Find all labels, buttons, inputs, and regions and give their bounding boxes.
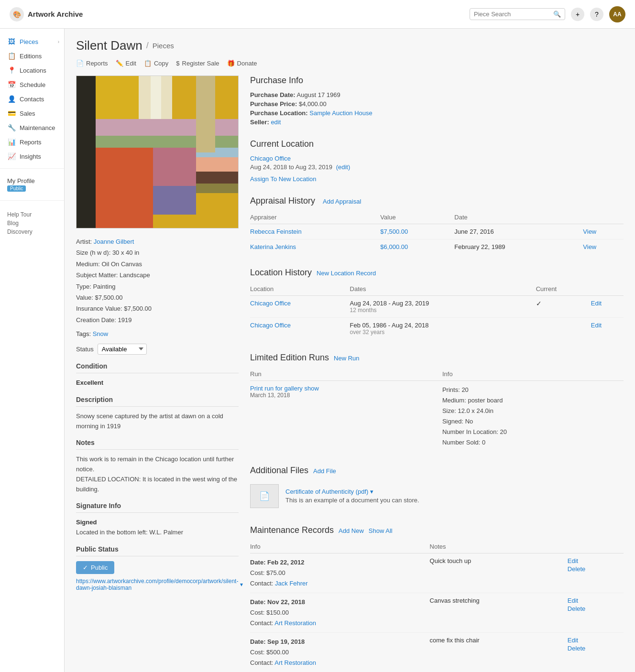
edit-button[interactable]: ✏️ Edit <box>116 60 136 67</box>
sidebar-item-insights[interactable]: 📈 Insights <box>0 149 64 163</box>
table-row: Chicago Office Aug 24, 2018 - Aug 23, 20… <box>250 296 624 318</box>
sidebar-item-editions[interactable]: 📋 Editions <box>0 49 64 63</box>
maintenance-section: Maintenance Records Add New Show All Inf… <box>250 525 624 672</box>
file-info: Certificate of Authenticity (pdf) ▾ This… <box>285 488 419 504</box>
table-row: Rebecca Feinstein $7,500.00 June 27, 201… <box>250 224 624 239</box>
lh-edit-0[interactable]: Edit <box>591 300 602 307</box>
lh-edit-1[interactable]: Edit <box>591 322 602 329</box>
creation-row: Creation Date: 1919 <box>76 314 239 325</box>
current-location-section: Current Location Chicago Office Aug 24, … <box>250 139 624 183</box>
appraiser-link-0[interactable]: Rebecca Feinstein <box>250 228 302 235</box>
public-status-button[interactable]: ✓ Public <box>76 561 114 574</box>
schedule-icon: 📅 <box>7 81 16 88</box>
lh-col-dates: Dates <box>350 282 536 296</box>
maint-title-row: Maintenance Records Add New Show All <box>250 525 624 535</box>
new-run-link[interactable]: New Run <box>334 355 359 362</box>
footer-discovery[interactable]: Discovery <box>7 228 57 235</box>
maint-edit-2[interactable]: Edit <box>568 637 620 644</box>
sidebar-label-reports: Reports <box>20 139 42 146</box>
edit-icon: ✏️ <box>116 60 123 67</box>
avatar[interactable]: AA <box>609 6 625 22</box>
profile-name[interactable]: My Profile <box>7 177 57 184</box>
col-date: Date <box>454 211 583 224</box>
show-all-maint-link[interactable]: Show All <box>369 527 393 534</box>
le-run-link[interactable]: Print run for gallery show <box>250 385 319 392</box>
assign-location-link[interactable]: Assign To New Location <box>250 175 317 183</box>
lh-location-0[interactable]: Chicago Office <box>250 300 291 307</box>
svg-rect-5 <box>96 136 239 148</box>
maint-info-2: Date: Sep 19, 2018 Cost: $500.00 Contact… <box>250 633 430 672</box>
app-logo[interactable]: 🎨 Artwork Archive <box>10 7 83 22</box>
svg-rect-4 <box>96 119 239 136</box>
maint-edit-1[interactable]: Edit <box>568 597 620 604</box>
layout: 🖼 Pieces › 📋 Editions 📍 Locations 📅 Sche… <box>0 29 635 672</box>
footer-help-tour[interactable]: Help Tour <box>7 211 57 218</box>
maint-delete-2[interactable]: Delete <box>568 645 620 652</box>
maint-actions-1: Edit Delete <box>568 593 624 632</box>
lh-col-current: Current <box>536 282 591 296</box>
svg-rect-13 <box>153 186 196 215</box>
sidebar-item-schedule[interactable]: 📅 Schedule <box>0 77 64 92</box>
lh-location-1[interactable]: Chicago Office <box>250 322 291 329</box>
sidebar-item-contacts[interactable]: 👤 Contacts <box>0 92 64 106</box>
sidebar-item-sales[interactable]: 💳 Sales <box>0 106 64 120</box>
artist-link[interactable]: Joanne Gilbert <box>94 238 134 245</box>
seller-edit-link[interactable]: edit <box>271 119 281 126</box>
table-row: Date: Nov 22, 2018 Cost: $150.00 Contact… <box>250 593 624 632</box>
search-box[interactable]: 🔍 <box>470 8 565 20</box>
copy-button[interactable]: 📋 Copy <box>144 60 168 67</box>
maint-delete-0[interactable]: Delete <box>568 565 620 573</box>
sidebar-item-maintenance[interactable]: 🔧 Maintenance <box>0 120 64 135</box>
tag-snow[interactable]: Snow <box>93 330 109 337</box>
breadcrumb-parent[interactable]: Pieces <box>153 42 174 50</box>
reports-button[interactable]: 📄 Reports <box>76 60 108 67</box>
notes-section: Notes This work is to remain in the Chic… <box>76 439 239 494</box>
add-appraisal-link[interactable]: Add Appraisal <box>323 198 361 205</box>
appraisal-view-1[interactable]: View <box>583 243 596 250</box>
purchase-location-link[interactable]: Sample Auction House <box>309 109 372 117</box>
sidebar-item-reports[interactable]: 📊 Reports <box>0 135 64 149</box>
add-file-link[interactable]: Add File <box>313 467 336 475</box>
table-row: Chicago Office Feb 05, 1986 - Aug 24, 20… <box>250 318 624 340</box>
help-button[interactable]: ? <box>590 8 603 21</box>
public-status-section: Public Status ✓ Public https://www.artwo… <box>76 545 239 591</box>
new-location-record-link[interactable]: New Location Record <box>317 270 376 277</box>
register-sale-button[interactable]: $ Register Sale <box>176 60 219 67</box>
purchase-location-row: Purchase Location: Sample Auction House <box>250 109 624 117</box>
appraisal-value-0[interactable]: $7,500.00 <box>380 228 408 235</box>
search-input[interactable] <box>474 11 550 18</box>
artwork-image <box>76 76 239 228</box>
public-url[interactable]: https://www.artworkarchive.com/profile/d… <box>76 578 239 591</box>
current-location-name[interactable]: Chicago Office <box>250 155 291 162</box>
maint-contact-2[interactable]: Art Restoration <box>274 659 316 666</box>
location-edit-inline[interactable]: (edit) <box>336 163 350 171</box>
add-new-maint-link[interactable]: Add New <box>339 527 364 534</box>
appraiser-link-1[interactable]: Katerina Jenkins <box>250 243 296 250</box>
maintenance-table: Info Notes Date: Feb 22, 2012 Cost: $75.… <box>250 540 624 672</box>
appraisal-view-0[interactable]: View <box>583 228 596 235</box>
maint-col-info: Info <box>250 540 430 553</box>
donate-icon: 🎁 <box>227 60 235 67</box>
sidebar-item-pieces[interactable]: 🖼 Pieces › <box>0 34 64 49</box>
file-name[interactable]: Certificate of Authenticity (pdf) ▾ <box>285 488 419 495</box>
limited-editions-section: Limited Edition Runs New Run Run Info <box>250 353 624 452</box>
appraisal-value-1[interactable]: $6,000.00 <box>380 243 408 250</box>
maint-info-1: Date: Nov 22, 2018 Cost: $150.00 Contact… <box>250 593 430 632</box>
maint-edit-0[interactable]: Edit <box>568 557 620 564</box>
maint-notes-2: come fix this chair <box>430 633 568 672</box>
public-label: Public <box>91 564 108 571</box>
add-button[interactable]: + <box>571 8 584 21</box>
left-column: Artist: Joanne Gilbert Size (h w d): 30 … <box>76 76 239 672</box>
sidebar-item-locations[interactable]: 📍 Locations <box>0 63 64 77</box>
maint-delete-1[interactable]: Delete <box>568 605 620 612</box>
sidebar-divider <box>0 168 64 169</box>
signature-location: Located in the bottom left: W.L. Palmer <box>76 528 239 538</box>
footer-blog[interactable]: Blog <box>7 220 57 227</box>
maint-contact-1[interactable]: Art Restoration <box>274 619 316 627</box>
donate-button[interactable]: 🎁 Donate <box>227 60 257 67</box>
maint-contact-0[interactable]: Jack Fehrer <box>275 580 308 587</box>
medium-value: Oil On Canvas <box>101 260 142 268</box>
table-row: Katerina Jenkins $6,000.00 February 22, … <box>250 239 624 255</box>
status-select[interactable]: Available Sold Not For Sale <box>98 344 147 355</box>
signature-signed: Signed <box>76 518 239 528</box>
